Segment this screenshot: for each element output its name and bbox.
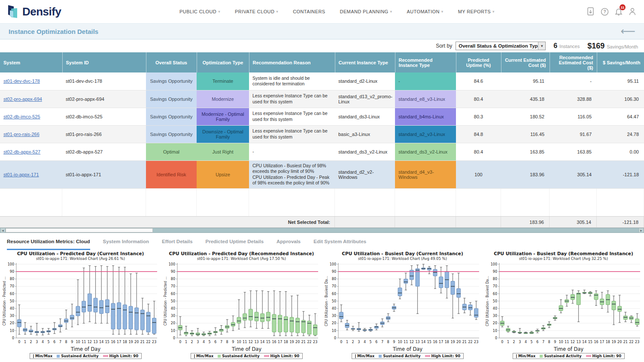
densify-logo[interactable]: Densify [8,5,102,18]
svg-text:12: 12 [409,340,413,344]
svg-text:2: 2 [352,340,354,344]
svg-text:11: 11 [404,340,408,344]
tab-effort-details[interactable]: Effort Details [162,239,193,250]
svg-text:15: 15 [105,340,109,344]
col-savings-month[interactable]: $ Savings/Month [597,52,644,72]
system-link[interactable]: st01-dev-dvc-178 [3,78,40,84]
table-cell: st02-pro-appx-694 [62,90,146,108]
svg-text:3: 3 [197,340,199,344]
col-current-estimated-cost[interactable]: Current Estimated Cost ($) [501,52,550,72]
svg-text:16: 16 [111,340,115,344]
col-system-id[interactable]: System ID [62,52,146,72]
scrollbar-thumb[interactable] [6,228,153,232]
back-button[interactable]: ⟵ [621,27,635,36]
nav-public-cloud[interactable]: PUBLIC CLOUD▾ [179,9,220,14]
user-profile-icon[interactable] [629,7,636,16]
high-limit-line-icon [586,356,591,356]
export-report-icon[interactable] [587,7,595,16]
horizontal-scrollbar[interactable]: ◄ ► [0,228,644,233]
table-empty-area [0,189,644,216]
legend-high-limit: High Limit: 90 [425,354,460,358]
system-link[interactable]: st02-db-appx-527 [3,149,40,154]
svg-text:20: 20 [617,340,622,344]
table-cell: standard_d2_v2-Windows [335,160,395,189]
svg-text:23: 23 [313,340,317,344]
boxplot-canvas: 0102030405060708090100012345678910111213… [163,261,321,347]
col-recommendation-reason[interactable]: Recommendation Reason [249,52,335,72]
table-cell: 305.14 [550,160,597,189]
notifications-bell-icon[interactable]: 11 [615,7,623,16]
col-system[interactable]: System [0,52,62,72]
scroll-right-icon[interactable]: ► [638,228,644,232]
table-cell: - [550,72,597,90]
tab-resource-utilization[interactable]: Resource Utilization Metrics: Cloud [7,239,90,250]
legend-high-limit: High Limit: 90 [103,354,138,358]
svg-text:13: 13 [254,340,258,344]
high-limit-line-icon [264,356,269,356]
tab-approvals[interactable]: Approvals [276,239,301,250]
table-row[interactable]: st01-dev-dvc-178st01-dev-dvc-178Savings … [0,72,644,90]
svg-text:10: 10 [9,329,14,333]
col-current-instance-type[interactable]: Current Instance Type [335,52,395,72]
svg-text:21: 21 [623,340,627,344]
svg-text:18: 18 [605,340,610,344]
col-optimization-type[interactable]: Optimization Type [197,52,249,72]
tab-predicted-uptime-details[interactable]: Predicted Uptime Details [206,239,264,250]
chart-title: CPU Utilization - Busiest Day (Current I… [342,251,463,256]
overall-status-cell: Savings Opportunity [146,90,197,108]
sustained-box-icon [540,355,543,358]
chevron-down-icon: ▾ [276,9,278,14]
col-recommended-estimated-cost[interactable]: Recommended Estimated Cost ($) [550,52,597,72]
nav-my-reports[interactable]: MY REPORTS▾ [458,9,495,14]
svg-text:60: 60 [492,292,497,296]
overall-status-cell: Savings Opportunity [146,108,197,125]
svg-text:5: 5 [369,340,371,344]
table-row[interactable]: st02-pro-appx-694st02-pro-appx-694Saving… [0,90,644,108]
legend-minmax: Min/Max [194,354,213,358]
svg-text:8: 8 [387,340,389,344]
svg-text:19: 19 [128,340,133,344]
table-cell: 106.30 [597,90,644,108]
svg-text:40: 40 [492,307,497,311]
svg-text:4: 4 [524,340,526,344]
svg-text:16: 16 [594,340,598,344]
select-dropdown-icon[interactable]: ▼ [538,42,545,50]
table-row[interactable]: st01-pro-rais-266st01-pro-rais-266Saving… [0,125,644,143]
svg-text:10: 10 [331,329,336,333]
table-cell: 328.88 [550,90,597,108]
svg-text:8: 8 [65,340,67,344]
table-row[interactable]: st02-db-appx-527st02-db-appx-527OptimalJ… [0,143,644,160]
optimization-type-cell: Terminate [197,72,249,90]
system-link[interactable]: st02-db-imco-525 [3,114,40,119]
svg-text:13: 13 [415,340,419,344]
col-predicted-uptime[interactable]: Predicted Uptime (%) [456,52,501,72]
chart-subtitle: st01-io-appx-171: Workload Chart (Avg 49… [358,256,447,261]
svg-text:0: 0 [334,336,336,340]
chart-xlabel: Time of Day [71,346,100,352]
minmax-line-icon [355,354,356,358]
system-link[interactable]: st01-pro-rais-266 [3,132,39,137]
sort-by-select[interactable]: Overall Status & Optimization Type ▼ [456,42,546,50]
system-link[interactable]: st01-io-appx-171 [3,172,39,177]
optimization-type-cell: Upsize [197,160,249,189]
system-link[interactable]: st02-pro-appx-694 [3,97,42,102]
col-recommended-instance-type[interactable]: Recommended Instance Type [395,52,456,72]
svg-text:22: 22 [307,340,311,344]
table-row[interactable]: st02-db-imco-525st02-db-imco-525Savings … [0,108,644,125]
tab-edit-system-attributes[interactable]: Edit System Attributes [313,239,366,250]
table-cell: 91.67 [550,125,597,143]
svg-text:19: 19 [450,340,455,344]
help-icon[interactable]: ? [601,8,609,16]
legend-high-limit: High Limit: 90 [264,354,299,358]
tab-system-information[interactable]: System Information [103,239,149,250]
table-row[interactable]: st01-io-appx-171st01-io-appx-171Identifi… [0,160,644,189]
col-overall-status[interactable]: Overall Status [146,52,197,72]
scroll-left-icon[interactable]: ◄ [0,228,6,232]
chart-subtitle: st01-io-appx-171: Workload Chart (Avg 26… [36,256,125,261]
nav-containers[interactable]: CONTAINERS [293,9,325,14]
nav-demand-planning[interactable]: DEMAND PLANNING▾ [340,9,392,14]
svg-text:10: 10 [76,340,80,344]
svg-text:10: 10 [398,340,402,344]
nav-automation[interactable]: AUTOMATION▾ [407,9,443,14]
nav-private-cloud[interactable]: PRIVATE CLOUD▾ [235,9,278,14]
